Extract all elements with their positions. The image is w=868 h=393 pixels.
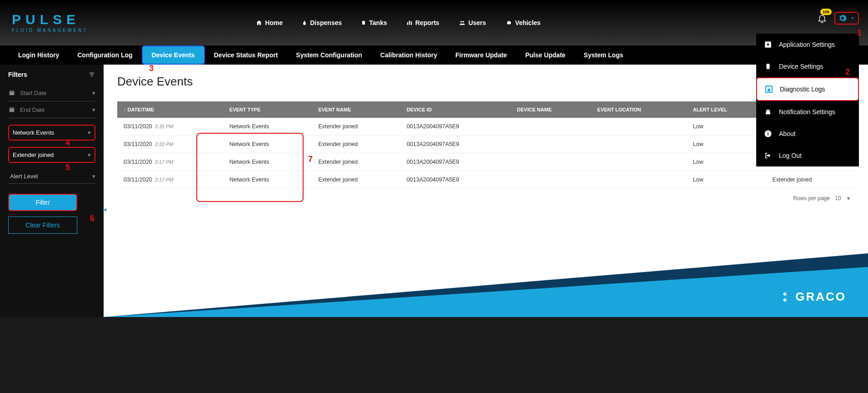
nav-tanks[interactable]: Tanks <box>361 19 387 26</box>
chevron-down-icon[interactable]: ▾ <box>847 195 850 202</box>
svg-point-7 <box>767 44 769 46</box>
graco-text: GRACO <box>795 290 846 304</box>
settings-dropdown-button[interactable] <box>834 12 859 25</box>
tab-firmware-update[interactable]: Firmware Update <box>446 45 516 65</box>
cell-event-location <box>591 153 687 171</box>
svg-rect-12 <box>90 73 95 73</box>
svg-rect-1 <box>407 22 408 25</box>
menu-device-settings[interactable]: Device Settings <box>756 55 859 77</box>
tab-system-configuration[interactable]: System Configuration <box>287 45 371 65</box>
cell-event-name: Extender joined <box>312 118 400 136</box>
col-device-id[interactable]: DEVICE ID <box>400 101 511 118</box>
annotation-5: 5 <box>65 163 70 172</box>
cell-event-type: Network Events <box>223 118 312 136</box>
cell-device-name <box>511 136 591 153</box>
chevron-down-icon <box>850 15 855 21</box>
pager-value[interactable]: 10 <box>835 195 841 202</box>
tab-calibration-history[interactable]: Calibration History <box>371 45 446 65</box>
collapse-sidebar-icon[interactable]: ◂ <box>103 206 106 213</box>
events-table: DATE/TIME EVENT TYPE EVENT NAME DEVICE I… <box>117 101 854 189</box>
menu-diagnostic-logs[interactable]: Diagnostic Logs <box>756 77 859 101</box>
col-event-name[interactable]: EVENT NAME <box>312 101 400 118</box>
bell-icon <box>763 107 773 116</box>
menu-logout[interactable]: Log Out <box>756 145 859 166</box>
chart-icon <box>406 20 413 26</box>
table-row[interactable]: 03/11/20203:35 PMNetwork EventsExtender … <box>117 118 854 136</box>
cell-event-location <box>591 118 687 136</box>
col-event-type[interactable]: EVENT TYPE <box>223 101 312 118</box>
car-icon <box>505 20 513 26</box>
event-name-value: Extender joined <box>13 151 54 158</box>
clear-filters-button[interactable]: Clear Filters <box>8 217 77 234</box>
svg-rect-14 <box>91 76 93 76</box>
nav-users[interactable]: Users <box>459 19 486 26</box>
cell-datetime: 03/11/20203:17 PM <box>117 171 223 189</box>
end-date-field[interactable]: End Date ▾ <box>8 101 95 118</box>
menu-notification-settings[interactable]: Notification Settings <box>756 101 859 123</box>
filter-button[interactable]: Filter <box>8 194 77 211</box>
cell-event-name: Extender joined <box>312 136 400 153</box>
nav-vehicles[interactable]: Vehicles <box>505 19 541 26</box>
menu-application-settings-label: Application Settings <box>779 41 835 48</box>
menu-about[interactable]: About <box>756 123 859 145</box>
event-type-select[interactable]: Network Events ▾ <box>8 125 95 141</box>
svg-rect-2 <box>409 20 410 25</box>
svg-rect-11 <box>768 132 768 133</box>
col-datetime[interactable]: DATE/TIME <box>117 101 223 118</box>
phone-icon <box>763 62 773 71</box>
start-date-field[interactable]: Start Date ▾ <box>8 85 95 101</box>
cell-event-location <box>591 136 687 153</box>
notifications-button[interactable]: 106 <box>817 13 827 23</box>
tab-system-logs[interactable]: System Logs <box>574 45 632 65</box>
filter-lines-icon[interactable] <box>88 71 95 78</box>
svg-point-5 <box>462 21 464 23</box>
cell-event-type: Network Events <box>223 136 312 153</box>
cell-device-id: 0013A2004097A5E9 <box>400 118 511 136</box>
svg-rect-10 <box>768 133 768 136</box>
calendar-icon <box>8 89 15 96</box>
nav-dispenses[interactable]: Dispenses <box>302 19 342 26</box>
cell-alert-level: Low <box>687 171 766 189</box>
col-event-location[interactable]: EVENT LOCATION <box>591 101 687 118</box>
alert-level-select[interactable]: Alert Level ▾ <box>8 169 95 184</box>
cell-datetime: 03/11/20203:17 PM <box>117 153 223 171</box>
table-row[interactable]: 03/11/20203:33 PMNetwork EventsExtender … <box>117 136 854 153</box>
cell-device-name <box>511 171 591 189</box>
nav-home[interactable]: Home <box>256 19 283 26</box>
start-date-label: Start Date <box>20 90 47 96</box>
table-row[interactable]: 03/11/20203:17 PMNetwork EventsExtender … <box>117 153 854 171</box>
tab-configuration-log[interactable]: Configuration Log <box>68 45 141 65</box>
end-date-label: End Date <box>20 106 45 113</box>
tab-login-history[interactable]: Login History <box>9 45 68 65</box>
logo-subtext: FLUID MANAGEMENT <box>12 28 88 33</box>
home-icon <box>256 20 262 26</box>
menu-application-settings[interactable]: Application Settings <box>756 34 859 55</box>
nav-reports[interactable]: Reports <box>406 19 439 26</box>
svg-rect-3 <box>411 21 412 25</box>
tab-device-status-report[interactable]: Device Status Report <box>205 45 287 65</box>
cell-event-type: Network Events <box>223 153 312 171</box>
col-device-name[interactable]: DEVICE NAME <box>511 101 591 118</box>
cell-device-id: 0013A2004097A5E9 <box>400 136 511 153</box>
graco-mark-icon <box>779 291 791 303</box>
col-alert-level[interactable]: ALERT LEVEL <box>687 101 766 118</box>
cell-event-name: Extender joined <box>312 153 400 171</box>
nav-home-label: Home <box>265 19 283 26</box>
gear-icon <box>838 14 847 23</box>
chevron-down-icon: ▾ <box>92 106 95 113</box>
notification-badge: 106 <box>820 9 832 15</box>
tab-pulse-update[interactable]: Pulse Update <box>516 45 575 65</box>
chevron-down-icon: ▾ <box>88 151 91 158</box>
drop-icon <box>302 20 307 26</box>
cell-device-id: 0013A2004097A5E9 <box>400 171 511 189</box>
table-row[interactable]: 03/11/20203:17 PMNetwork EventsExtender … <box>117 171 854 189</box>
tab-device-events[interactable]: Device Events <box>142 45 205 65</box>
cell-event-location <box>591 171 687 189</box>
chevron-down-icon: ▾ <box>88 129 91 136</box>
alert-level-label: Alert Level <box>10 173 38 180</box>
chevron-down-icon: ▾ <box>92 173 95 180</box>
filter-button-label: Filter <box>35 199 50 206</box>
svg-rect-8 <box>767 64 770 69</box>
event-name-select[interactable]: Extender joined ▾ <box>8 147 95 163</box>
svg-rect-18 <box>10 107 15 109</box>
